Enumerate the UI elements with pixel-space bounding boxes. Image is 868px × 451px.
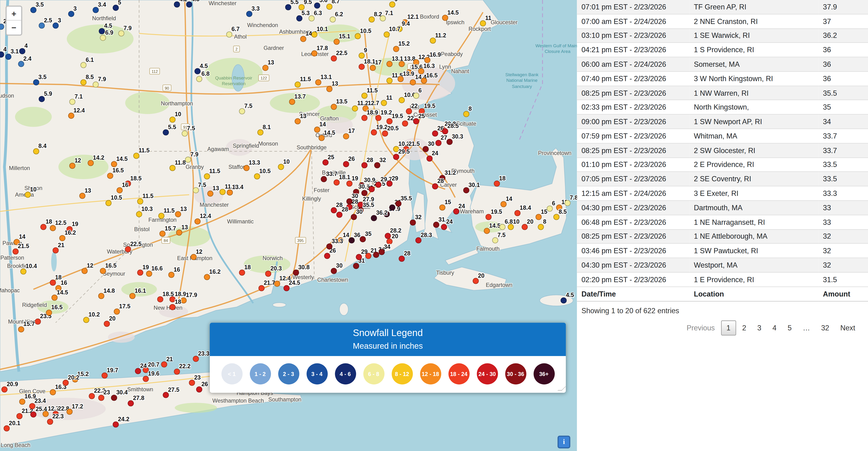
report-row[interactable]: 03:46 pm EST - 2/23/20261 SW Pawtucket, … xyxy=(577,244,868,258)
map-town-label: Northfield xyxy=(92,15,116,22)
snowfall-dot-icon xyxy=(351,214,357,220)
snowfall-amount-label: 13.3 xyxy=(249,159,260,166)
snowfall-amount-label: 13 xyxy=(300,112,306,119)
snowfall-dot-icon xyxy=(204,173,210,180)
snowfall-amount-label: 5.6 xyxy=(319,0,328,3)
snowfall-amount-label: 9 xyxy=(364,47,367,53)
snowfall-amount-label: 19 xyxy=(72,220,78,227)
snowfall-dot-icon xyxy=(246,11,252,17)
map-town-label: Norwich xyxy=(263,255,283,261)
snowfall-amount-label: 4.8 xyxy=(191,0,200,2)
snowfall-amount-label: 10.4 xyxy=(26,263,37,269)
report-row[interactable]: 08:25 pm EST - 2/23/20261 NW Warren, RI3… xyxy=(577,86,868,100)
report-row[interactable]: 04:30 pm EST - 2/23/2026Westport, MA32 xyxy=(577,258,868,272)
snowfall-dot-icon xyxy=(386,77,393,84)
column-header-amount[interactable]: Amount xyxy=(818,287,868,301)
snowfall-amount-label: 19 xyxy=(143,264,149,270)
snowfall-dot-icon xyxy=(207,190,213,197)
snowfall-amount-label: 13 xyxy=(213,185,219,191)
snowfall-amount-label: 28.5 xyxy=(447,123,459,129)
report-row[interactable]: 08:25 pm EST - 2/23/20262 SW Glocester, … xyxy=(577,143,868,158)
snowfall-amount-label: 14 xyxy=(319,121,326,127)
map-town-label: Gardner xyxy=(264,45,284,51)
report-row[interactable]: 12:15 am EST - 2/24/20263 E Exeter, RI33… xyxy=(577,186,868,200)
snowfall-dot-icon xyxy=(321,176,327,182)
report-row[interactable]: 07:01 pm EST - 2/23/2026TF Green AP, RI3… xyxy=(577,0,868,14)
snowfall-dot-icon xyxy=(375,182,381,188)
cell-amount: 36 xyxy=(818,43,868,57)
pagination-next[interactable]: Next xyxy=(835,321,860,334)
snowfall-dot-icon xyxy=(50,389,56,395)
zoom-out-button[interactable]: − xyxy=(7,21,21,35)
snowfall-dot-icon xyxy=(136,211,142,217)
snowfall-amount-label: 17 xyxy=(348,127,355,134)
report-row[interactable]: 07:05 pm EST - 2/23/20262 SE Coventry, R… xyxy=(577,172,868,186)
map-town-label: Provincetown xyxy=(538,150,571,156)
report-row[interactable]: 07:59 pm EST - 2/23/2026Whitman, MA33.7 xyxy=(577,129,868,143)
cell-amount: 32 xyxy=(818,244,868,258)
snowfall-amount-label: 21 xyxy=(166,356,173,362)
snowfall-dot-icon xyxy=(348,237,354,244)
snowfall-dot-icon xyxy=(137,198,143,204)
snowfall-dot-icon xyxy=(522,224,528,230)
snowfall-amount-label: 18.1 xyxy=(364,58,375,64)
zoom-control: + − xyxy=(6,6,22,36)
snowfall-amount-label: 23 xyxy=(103,389,110,395)
pagination-previous[interactable]: Previous xyxy=(682,321,720,334)
fishers-island xyxy=(273,302,286,307)
report-row[interactable]: 04:30 pm EST - 2/23/2026Dartmouth, MA33 xyxy=(577,200,868,215)
snowfall-amount-label: 10 xyxy=(30,186,37,192)
snowfall-dot-icon xyxy=(535,214,541,220)
snowfall-amount-label: 13.5 xyxy=(336,98,347,104)
snowfall-dot-icon xyxy=(67,409,73,415)
snowfall-dot-icon xyxy=(19,398,25,405)
legend-resize-handle[interactable] xyxy=(557,387,566,391)
report-row[interactable]: 02:20 pm EST - 2/23/20261 E Providence, … xyxy=(577,272,868,287)
snowfall-amount-label: 16.9 xyxy=(25,393,36,399)
snowfall-dot-icon xyxy=(371,129,377,135)
snowfall-dot-icon xyxy=(393,154,399,160)
report-row[interactable]: 06:48 pm EST - 2/23/20261 NE Narraganset… xyxy=(577,215,868,229)
report-row[interactable]: 04:21 pm EST - 2/23/20261 S Providence, … xyxy=(577,43,868,57)
pagination-page[interactable]: 1 xyxy=(721,320,736,335)
snowfall-dot-icon xyxy=(50,225,56,231)
zoom-in-button[interactable]: + xyxy=(7,7,21,21)
snowfall-dot-icon xyxy=(399,97,405,103)
snowfall-amount-label: 28.3 xyxy=(421,231,432,238)
report-row[interactable]: 09:00 pm EST - 2/23/20261 SW Newport AP,… xyxy=(577,115,868,129)
report-row[interactable]: 07:40 pm EST - 2/23/20263 W North Kingst… xyxy=(577,71,868,86)
map[interactable]: WinchesterNorthfieldWinchendonAshburnham… xyxy=(0,0,577,451)
snowfall-amount-label: 16.5 xyxy=(51,304,63,311)
snowfall-dot-icon xyxy=(168,272,175,278)
snowfall-amount-label: 20 xyxy=(527,218,534,225)
report-row[interactable]: 01:10 pm EST - 2/23/20262 E Providence, … xyxy=(577,158,868,172)
snowfall-dot-icon xyxy=(1,386,7,392)
snowfall-dot-icon xyxy=(379,249,385,255)
cell-datetime: 01:10 pm EST - 2/23/2026 xyxy=(577,158,689,172)
snowfall-amount-label: 29.5 xyxy=(398,148,410,155)
pagination-page[interactable]: 4 xyxy=(767,321,781,334)
report-row[interactable]: 07:00 am EST - 2/24/20262 NNE Cranston, … xyxy=(577,14,868,28)
snowfall-amount-label: 6.2 xyxy=(335,10,343,17)
snowfall-dot-icon xyxy=(226,32,232,38)
snowfall-amount-label: 18 xyxy=(175,298,181,305)
pagination-page[interactable]: 2 xyxy=(737,321,751,334)
pagination-page[interactable]: 3 xyxy=(752,321,767,334)
snowfall-amount-label: 2.4 xyxy=(23,55,32,62)
pagination-page[interactable]: 5 xyxy=(783,321,797,334)
snowfall-dot-icon xyxy=(362,190,368,196)
report-row[interactable]: 08:25 pm EST - 2/23/20261 NE Attleboroug… xyxy=(577,229,868,244)
column-header-datetime[interactable]: Date/Time xyxy=(577,287,689,301)
snowfall-amount-label: 19 xyxy=(351,175,358,181)
column-header-location[interactable]: Location xyxy=(689,287,818,301)
info-button[interactable]: i xyxy=(558,436,570,448)
snowfall-amount-label: 12.7 xyxy=(368,100,379,106)
report-row[interactable]: 06:00 am EST - 2/24/2026Somerset, MA36 xyxy=(577,57,868,71)
snowfall-amount-label: 17.2 xyxy=(72,403,83,409)
snowfall-dot-icon xyxy=(104,321,110,327)
snowfall-dot-icon xyxy=(547,205,553,212)
report-row[interactable]: 03:10 pm EST - 2/23/20261 SE Warwick, RI… xyxy=(577,28,868,43)
pagination-page[interactable]: 32 xyxy=(816,321,834,334)
snowfall-amount-label: 5.5 xyxy=(290,0,299,5)
report-row[interactable]: 02:33 pm EST - 2/23/2026North Kingstown,… xyxy=(577,100,868,115)
